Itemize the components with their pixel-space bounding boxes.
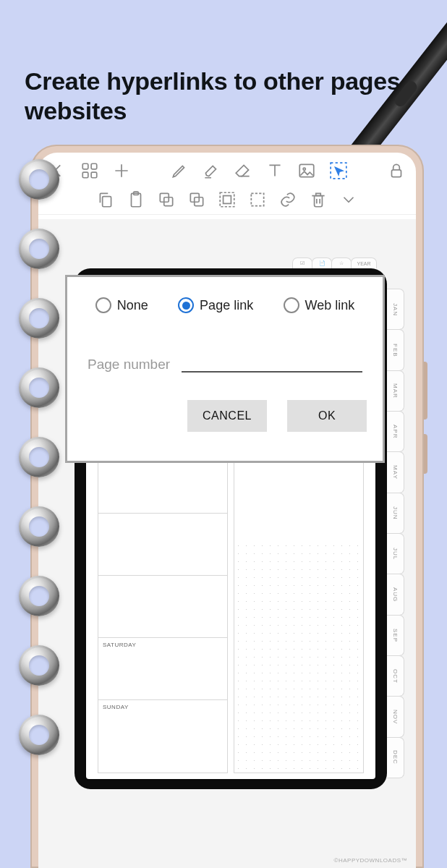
notebook-top-tabs: ☑ 📄 ☆ YEAR xyxy=(293,258,377,268)
svg-rect-13 xyxy=(392,170,401,177)
tab-nov[interactable]: NOV xyxy=(387,696,404,737)
footer-credit: ©HAPPYDOWNLOADS™ xyxy=(334,857,407,864)
send-back-icon[interactable] xyxy=(187,190,206,209)
radio-icon xyxy=(284,297,299,313)
day-cell[interactable] xyxy=(98,576,227,638)
hyperlink-dialog: None Page link Web link Page number CANC… xyxy=(65,275,385,463)
tab-star[interactable]: ☆ xyxy=(331,258,352,268)
radio-page-link[interactable]: Page link xyxy=(178,297,253,313)
text-icon[interactable] xyxy=(265,161,284,180)
eraser-icon[interactable] xyxy=(234,161,252,180)
apps-grid-icon[interactable] xyxy=(80,161,99,180)
tab-oct[interactable]: OCT xyxy=(387,655,404,697)
svg-rect-1 xyxy=(91,163,97,169)
svg-rect-2 xyxy=(82,172,88,178)
tab-sep[interactable]: SEP xyxy=(387,615,404,656)
tab-may[interactable]: MAY xyxy=(387,451,404,493)
radio-label: None xyxy=(117,298,148,313)
tab-check[interactable]: ☑ xyxy=(292,258,312,268)
trash-icon[interactable] xyxy=(309,190,328,209)
day-label: SATURDAY xyxy=(103,642,136,648)
page-number-label: Page number xyxy=(88,357,170,373)
day-saturday[interactable]: SATURDAY xyxy=(98,638,227,700)
cancel-button[interactable]: CANCEL xyxy=(187,400,267,432)
day-sunday[interactable]: SUNDAY xyxy=(98,700,227,762)
paste-icon[interactable] xyxy=(127,190,145,209)
image-icon[interactable] xyxy=(297,161,316,180)
tab-apr[interactable]: APR xyxy=(387,411,404,452)
radio-label: Page link xyxy=(200,298,253,313)
radio-label: Web link xyxy=(305,298,355,313)
page-number-input[interactable] xyxy=(182,371,362,373)
group-icon[interactable] xyxy=(218,190,237,209)
copy-icon[interactable] xyxy=(96,190,115,209)
radio-icon xyxy=(178,297,194,313)
link-type-group: None Page link Web link xyxy=(83,297,367,313)
svg-rect-14 xyxy=(103,196,111,206)
tab-dec[interactable]: DEC xyxy=(387,737,404,778)
tab-year[interactable]: YEAR xyxy=(351,258,377,268)
crop-icon[interactable] xyxy=(248,190,267,209)
tablet-screen: ☑ 📄 ☆ YEAR JANUARY SCHEDULE MONDAY xyxy=(38,153,416,868)
tab-jan[interactable]: JAN xyxy=(387,289,404,330)
svg-rect-23 xyxy=(251,193,263,205)
tablet-frame: ☑ 📄 ☆ YEAR JANUARY SCHEDULE MONDAY xyxy=(30,145,424,868)
svg-point-11 xyxy=(303,168,305,170)
day-label: SUNDAY xyxy=(103,704,129,710)
pointer-icon[interactable] xyxy=(329,161,348,180)
binder-rings xyxy=(19,159,59,784)
ok-button[interactable]: OK xyxy=(287,400,367,432)
promo-headline: Create hyperlinks to other pages & websi… xyxy=(25,67,425,127)
bring-front-icon[interactable] xyxy=(157,190,176,209)
tab-feb[interactable]: FEB xyxy=(387,329,404,370)
radio-web-link[interactable]: Web link xyxy=(284,297,355,313)
chevron-down-icon[interactable] xyxy=(339,190,358,209)
pencil-icon[interactable] xyxy=(170,161,189,180)
lock-icon[interactable] xyxy=(387,161,406,180)
radio-none[interactable]: None xyxy=(95,297,148,313)
link-icon[interactable] xyxy=(278,190,297,209)
svg-rect-21 xyxy=(220,192,234,207)
edit-toolbar xyxy=(38,184,416,215)
svg-rect-22 xyxy=(224,195,231,203)
day-cell[interactable] xyxy=(98,514,227,576)
tab-aug[interactable]: AUG xyxy=(387,574,404,615)
highlighter-icon[interactable] xyxy=(202,161,221,180)
tab-mar[interactable]: MAR xyxy=(387,370,404,412)
radio-icon xyxy=(95,297,111,313)
plus-icon[interactable] xyxy=(112,161,131,180)
tab-jun[interactable]: JUN xyxy=(387,493,404,534)
svg-rect-0 xyxy=(82,163,88,169)
tab-jul[interactable]: JUL xyxy=(387,533,404,574)
page-number-field: Page number xyxy=(83,357,367,373)
svg-rect-3 xyxy=(91,172,97,178)
svg-rect-10 xyxy=(299,164,314,176)
tab-notes[interactable]: 📄 xyxy=(312,258,332,268)
month-tabs: JAN FEB MAR APR MAY JUN JUL AUG SEP OCT … xyxy=(387,289,404,778)
dot-grid xyxy=(234,542,363,773)
main-toolbar xyxy=(38,153,416,184)
